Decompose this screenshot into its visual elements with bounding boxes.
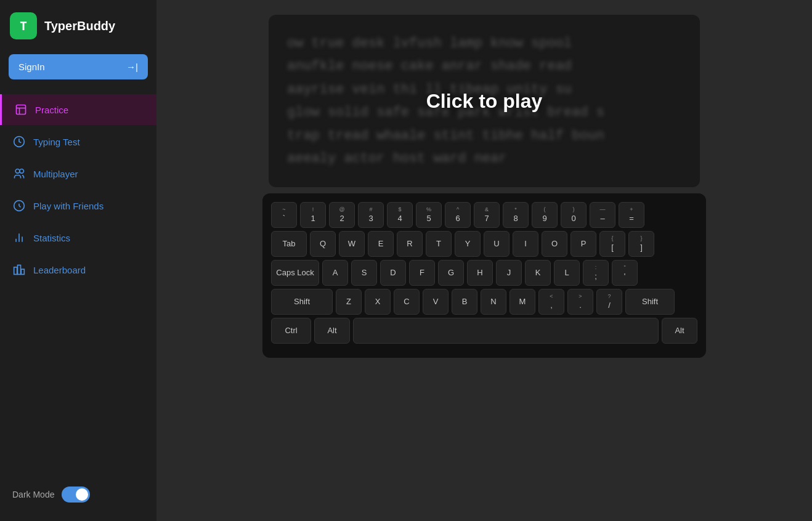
key-f[interactable]: F xyxy=(409,260,435,286)
key-i[interactable]: I xyxy=(513,231,538,257)
key-backtick[interactable]: ~` xyxy=(271,202,297,228)
svg-point-4 xyxy=(20,169,24,174)
svg-point-3 xyxy=(15,169,20,174)
sidebar: T TyperBuddy SignIn →| Practice Typing T… xyxy=(0,0,156,521)
key-1[interactable]: !1 xyxy=(300,202,326,228)
sidebar-item-practice[interactable]: Practice xyxy=(0,94,156,125)
key-u[interactable]: U xyxy=(484,231,510,257)
key-lbracket[interactable]: {[ xyxy=(599,231,625,257)
key-a[interactable]: A xyxy=(322,260,348,286)
key-ctrl-left[interactable]: Ctrl xyxy=(271,318,311,344)
typing-test-icon xyxy=(12,135,26,148)
key-j[interactable]: J xyxy=(496,260,522,286)
click-to-play-overlay[interactable]: Click to play xyxy=(269,15,700,187)
nav-menu: Practice Typing Test Multiplayer xyxy=(0,94,156,474)
keyboard-row-5: Ctrl Alt Alt xyxy=(271,318,697,344)
sidebar-item-play-with-friends[interactable]: Play with Friends xyxy=(0,190,156,221)
dark-mode-section: Dark Mode xyxy=(0,474,156,521)
sidebar-item-label: Statistics xyxy=(33,233,70,243)
dark-mode-toggle[interactable] xyxy=(62,487,90,503)
svg-rect-10 xyxy=(18,265,21,275)
key-equal[interactable]: += xyxy=(619,202,644,228)
logo-area: T TyperBuddy xyxy=(0,0,156,54)
key-8[interactable]: *8 xyxy=(503,202,529,228)
practice-icon xyxy=(14,103,28,116)
keyboard-row-2: Tab Q W E R T Y U I O P {[ }] xyxy=(271,231,697,257)
key-alt-left[interactable]: Alt xyxy=(314,318,350,344)
key-3[interactable]: #3 xyxy=(358,202,384,228)
key-l[interactable]: L xyxy=(554,260,580,286)
statistics-icon xyxy=(12,231,26,244)
sidebar-item-label: Play with Friends xyxy=(33,201,104,211)
key-comma[interactable]: <, xyxy=(538,289,564,315)
play-with-friends-icon xyxy=(12,199,26,212)
signin-label: SignIn xyxy=(18,62,45,72)
key-capslock[interactable]: Caps Lock xyxy=(271,260,319,286)
key-o[interactable]: O xyxy=(542,231,567,257)
toggle-thumb xyxy=(76,488,88,501)
key-shift-left[interactable]: Shift xyxy=(271,289,333,315)
keyboard-row-1: ~` !1 @2 #3 $4 %5 ^6 &7 *8 (9 )0 —– += xyxy=(271,202,697,228)
main-content: ow true desk lvfush lamp know spool anuf… xyxy=(156,0,812,521)
key-7[interactable]: &7 xyxy=(474,202,500,228)
key-d[interactable]: D xyxy=(380,260,406,286)
logo-icon: T xyxy=(10,12,37,39)
svg-rect-11 xyxy=(21,269,24,274)
key-rbracket[interactable]: }] xyxy=(628,231,654,257)
keyboard: ~` !1 @2 #3 $4 %5 ^6 &7 *8 (9 )0 —– += T… xyxy=(262,193,706,358)
key-space[interactable] xyxy=(353,318,659,344)
key-alt-right[interactable]: Alt xyxy=(662,318,697,344)
sidebar-item-typing-test[interactable]: Typing Test xyxy=(0,126,156,157)
click-to-play-text: Click to play xyxy=(426,90,543,113)
dark-mode-label: Dark Mode xyxy=(12,490,54,499)
key-2[interactable]: @2 xyxy=(329,202,355,228)
multiplayer-icon xyxy=(12,167,26,180)
sidebar-item-label: Practice xyxy=(35,105,68,115)
key-c[interactable]: C xyxy=(394,289,420,315)
key-semicolon[interactable]: :; xyxy=(583,260,609,286)
key-quote[interactable]: "' xyxy=(612,260,638,286)
key-g[interactable]: G xyxy=(438,260,464,286)
keyboard-row-3: Caps Lock A S D F G H J K L :; "' xyxy=(271,260,697,286)
app-title: TyperBuddy xyxy=(44,19,115,33)
typing-container[interactable]: ow true desk lvfush lamp know spool anuf… xyxy=(269,15,700,187)
key-minus[interactable]: —– xyxy=(590,202,615,228)
key-e[interactable]: E xyxy=(368,231,394,257)
key-b[interactable]: B xyxy=(452,289,477,315)
key-tab[interactable]: Tab xyxy=(271,231,307,257)
sidebar-item-multiplayer[interactable]: Multiplayer xyxy=(0,158,156,189)
key-p[interactable]: P xyxy=(570,231,596,257)
key-4[interactable]: $4 xyxy=(387,202,413,228)
key-z[interactable]: Z xyxy=(336,289,362,315)
key-period[interactable]: >. xyxy=(567,289,593,315)
key-h[interactable]: H xyxy=(467,260,493,286)
key-r[interactable]: R xyxy=(397,231,423,257)
signin-arrow: →| xyxy=(126,62,138,72)
svg-rect-9 xyxy=(14,267,17,275)
key-m[interactable]: M xyxy=(510,289,535,315)
key-shift-right[interactable]: Shift xyxy=(625,289,675,315)
key-w[interactable]: W xyxy=(339,231,365,257)
leaderboard-icon xyxy=(12,263,26,277)
sidebar-item-label: Multiplayer xyxy=(33,169,78,179)
key-9[interactable]: (9 xyxy=(532,202,558,228)
sidebar-item-leaderboard[interactable]: Leaderboard xyxy=(0,254,156,285)
signin-button[interactable]: SignIn →| xyxy=(9,54,148,79)
key-t[interactable]: T xyxy=(426,231,452,257)
key-q[interactable]: Q xyxy=(310,231,336,257)
key-y[interactable]: Y xyxy=(455,231,481,257)
key-6[interactable]: ^6 xyxy=(445,202,471,228)
key-slash[interactable]: ?/ xyxy=(596,289,622,315)
sidebar-item-label: Typing Test xyxy=(33,137,80,147)
sidebar-item-label: Leaderboard xyxy=(33,265,86,275)
key-0[interactable]: )0 xyxy=(561,202,587,228)
keyboard-row-4: Shift Z X C V B N M <, >. ?/ Shift xyxy=(271,289,697,315)
key-v[interactable]: V xyxy=(423,289,449,315)
key-x[interactable]: X xyxy=(365,289,391,315)
key-5[interactable]: %5 xyxy=(416,202,442,228)
sidebar-item-statistics[interactable]: Statistics xyxy=(0,222,156,253)
key-s[interactable]: S xyxy=(351,260,377,286)
key-k[interactable]: K xyxy=(525,260,551,286)
key-n[interactable]: N xyxy=(481,289,506,315)
svg-rect-0 xyxy=(17,105,26,115)
